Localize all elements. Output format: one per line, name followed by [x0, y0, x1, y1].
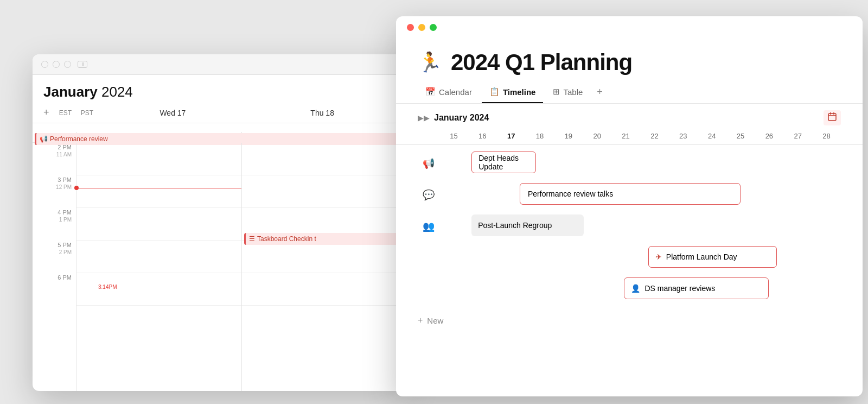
hour-line-thu-2	[242, 175, 407, 208]
post-launch-icon: 👥	[423, 220, 435, 232]
time-sublabel-11am: 11 AM	[33, 152, 76, 157]
all-day-row: ⌄ Finish performance evals 📢 Dept Heads …	[33, 123, 407, 143]
prev-month-arrow[interactable]: ▶▶	[418, 113, 430, 122]
hour-line-1	[76, 143, 241, 175]
minimize-button[interactable]	[53, 61, 60, 68]
time-slot-3pm: 3 PM 12 PM	[33, 175, 76, 208]
perf-review-event-bar[interactable]: Performance review talks	[520, 183, 741, 205]
time-sublabel-12pm: 12 PM	[33, 184, 76, 190]
hour-line-thu-4	[242, 241, 407, 273]
time-column: 2 PM 11 AM 3 PM 12 PM 4 PM 1 PM 5 PM 2 P…	[33, 143, 76, 391]
close-button[interactable]	[41, 61, 48, 68]
post-launch-event-bar[interactable]: Post-Launch Regroup	[471, 214, 584, 236]
events-container: 📢 Dept Heads Update 💬 Performance review…	[418, 152, 841, 347]
thu-header: Thu 18	[248, 109, 396, 117]
perf-review-row: 💬 Performance review talks	[418, 183, 841, 207]
date-16: 16	[468, 132, 497, 140]
timeline-month-row: ▶▶ January 2024	[396, 104, 863, 132]
date-24: 24	[698, 132, 726, 140]
month-label: January 2024	[434, 113, 489, 123]
event-label: Taskboard Checkin t	[257, 235, 316, 243]
date-27: 27	[783, 132, 812, 140]
time-sublabel-2pm: 2 PM	[33, 249, 76, 255]
tz2-label: PST	[78, 109, 97, 117]
calendar-header: January 2024	[33, 75, 407, 105]
event-label: Performance review	[50, 135, 108, 143]
svg-rect-0	[828, 113, 836, 121]
ds-manager-icon: 👤	[631, 284, 640, 293]
time-label-4pm: 4 PM	[33, 209, 76, 216]
hour-line-2	[76, 175, 241, 208]
timeline-header: 🏃 2024 Q1 Planning	[396, 39, 863, 81]
date-21: 21	[611, 132, 640, 140]
timeline-tab-label: Timeline	[503, 87, 536, 97]
calendar-titlebar	[33, 54, 407, 75]
add-event-button[interactable]: +	[43, 107, 49, 118]
table-tab-label: Table	[563, 87, 583, 97]
ds-manager-row: 👤 DS manager reviews	[418, 277, 841, 301]
timeline-dates: 15 16 17 18 19 20 21 22 23 24 25 26 27 2…	[396, 132, 863, 145]
perf-review-icon: 💬	[423, 189, 435, 201]
time-sublabel-1pm: 1 PM	[33, 217, 76, 223]
tl-maximize-button[interactable]	[430, 24, 437, 31]
new-event-row[interactable]: + New	[418, 309, 841, 332]
calendar-tab-label: Calendar	[439, 87, 472, 97]
calendar-window: January 2024 + EST PST Wed 17 Thu 18 ⌄ F…	[33, 54, 407, 391]
add-tab-button[interactable]: +	[592, 81, 607, 103]
calendar-toolbar: + EST PST Wed 17 Thu 18	[33, 105, 407, 123]
calendar-tab-icon: 📅	[425, 87, 436, 97]
post-launch-row: 👥 Post-Launch Regroup	[418, 214, 841, 238]
thursday-column[interactable]: ☰ Taskboard Checkin t	[241, 143, 407, 391]
time-label-5pm: 5 PM	[33, 242, 76, 248]
date-25: 25	[726, 132, 755, 140]
platform-launch-icon: ✈	[655, 252, 662, 261]
dept-heads-icon: 📢	[423, 157, 435, 169]
wednesday-column[interactable]: 3:14PM	[76, 143, 241, 391]
split-button[interactable]	[78, 61, 87, 68]
ds-manager-event-bar[interactable]: 👤 DS manager reviews	[624, 277, 768, 299]
new-plus-icon: +	[418, 315, 423, 325]
hour-line-3	[76, 208, 241, 241]
tab-calendar[interactable]: 📅 Calendar	[418, 81, 480, 103]
calendar-title: January 2024	[43, 84, 133, 100]
tab-table[interactable]: ⊞ Table	[545, 81, 590, 103]
hour-line-thu-5	[242, 273, 407, 306]
current-time-label: 3:14PM	[98, 284, 117, 290]
new-label: New	[427, 316, 443, 325]
calendar-icon	[828, 112, 837, 121]
timeline-content: 📢 Dept Heads Update 💬 Performance review…	[396, 145, 863, 384]
dept-heads-event-bar[interactable]: Dept Heads Update	[471, 152, 535, 173]
date-18: 18	[526, 132, 554, 140]
time-slot-5pm: 5 PM 2 PM	[33, 241, 76, 273]
date-17: 17	[497, 132, 526, 140]
page-title: 2024 Q1 Planning	[451, 49, 632, 75]
year-light: 2024	[98, 84, 133, 100]
platform-launch-row: ✈ Platform Launch Day	[418, 246, 841, 270]
time-label-3pm: 3 PM	[33, 176, 76, 183]
date-26: 26	[755, 132, 783, 140]
date-28: 28	[812, 132, 841, 140]
event-icon: 📢	[40, 135, 48, 143]
month-icon[interactable]	[824, 110, 841, 125]
time-slot-2pm: 2 PM 11 AM	[33, 143, 76, 175]
month-bold: January	[43, 84, 98, 100]
platform-launch-event-bar[interactable]: ✈ Platform Launch Day	[648, 246, 777, 268]
table-tab-icon: ⊞	[553, 87, 560, 97]
time-slot-4pm: 4 PM 1 PM	[33, 208, 76, 241]
tl-close-button[interactable]	[407, 24, 414, 31]
date-23: 23	[669, 132, 698, 140]
hour-line-4	[76, 241, 241, 273]
app-icon: 🏃	[418, 51, 442, 74]
date-15: 15	[439, 132, 468, 140]
tl-minimize-button[interactable]	[418, 24, 425, 31]
hour-line-thu-1	[242, 143, 407, 175]
time-label-2pm: 2 PM	[33, 144, 76, 150]
time-slot-6pm: 6 PM	[33, 273, 76, 306]
maximize-button[interactable]	[64, 61, 71, 68]
current-time-line	[76, 188, 241, 188]
taskboard-checkin-event[interactable]: ☰ Taskboard Checkin t	[244, 233, 405, 245]
tab-timeline[interactable]: 📋 Timeline	[482, 81, 544, 103]
time-label-6pm: 6 PM	[33, 274, 76, 281]
timeline-tab-icon: 📋	[489, 87, 500, 97]
timeline-window: 🏃 2024 Q1 Planning 📅 Calendar 📋 Timeline…	[396, 16, 863, 396]
